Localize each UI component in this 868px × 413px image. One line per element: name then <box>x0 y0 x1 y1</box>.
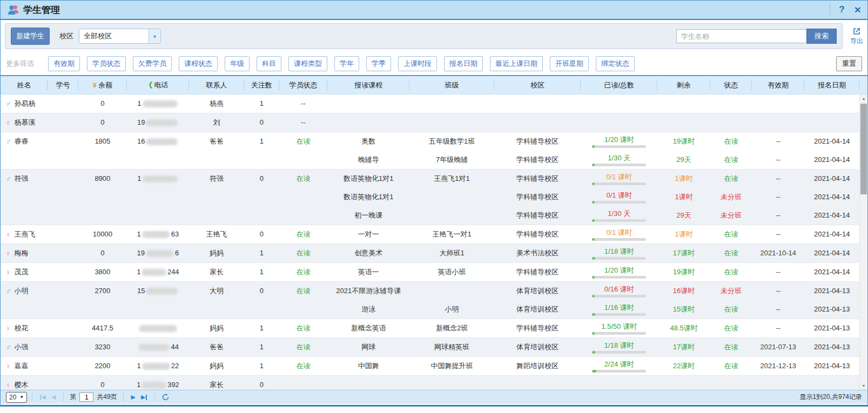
filter-chip-14[interactable]: 绑定状态 <box>596 56 635 71</box>
filter-chip-2[interactable]: 学员状态 <box>87 56 126 71</box>
cell-remaining: 19课时 <box>657 132 710 151</box>
cell-contact: 家长 <box>189 263 244 281</box>
filter-chip-3[interactable]: 欠费学员 <box>133 56 172 71</box>
first-page-icon[interactable]: ◀ <box>40 394 45 401</box>
scroll-up-icon[interactable]: ▲ <box>860 94 867 103</box>
column-header-phone[interactable]: 电话 <box>127 76 190 94</box>
cell-class: 中国舞提升班 <box>409 357 494 375</box>
cell-name: ♂小强 <box>1 338 48 356</box>
filter-chip-12[interactable]: 最近上课日期 <box>490 56 543 71</box>
progress-fill <box>592 351 595 354</box>
column-label: 状态 <box>724 80 738 90</box>
search-button[interactable]: 搜索 <box>806 29 837 44</box>
female-icon: ♀ <box>5 249 11 257</box>
cell-student-no <box>48 338 78 356</box>
new-student-button[interactable]: 新建学生 <box>11 28 50 45</box>
cell-contact: 爸爸 <box>189 132 244 151</box>
filter-chip-8[interactable]: 学年 <box>334 56 359 71</box>
filter-chip-9[interactable]: 学季 <box>366 56 391 71</box>
column-header-course[interactable]: 报读课程 <box>327 76 409 94</box>
column-header-student-status[interactable]: 学员状态 <box>279 76 327 94</box>
student-row[interactable]: ♀茂茂38001244家长1在读英语一英语小班学科辅导校区1/20 课时19课时… <box>1 263 859 282</box>
cell-class: 7年级晚辅 <box>409 151 494 169</box>
column-header-contact[interactable]: 联系人 <box>189 76 244 94</box>
filter-chip-7[interactable]: 课程类型 <box>288 56 327 71</box>
cell-contact: 家长 <box>189 376 244 390</box>
column-header-follow-count[interactable]: 关注数 <box>244 76 279 94</box>
column-header-balance[interactable]: ¥余额 <box>78 76 126 94</box>
cell-state: 在读 <box>710 132 752 151</box>
cell-valid-until <box>752 376 804 390</box>
filter-chip-10[interactable]: 上课时段 <box>398 56 437 71</box>
student-row[interactable]: ♂小明270015大明0在读2021不限游泳辅导课体育培训校区0/16 课时16… <box>1 282 859 319</box>
cell-follow-count: 0 <box>244 225 279 243</box>
column-header-student-no[interactable]: 学号 <box>48 76 78 94</box>
prev-page-icon[interactable]: ◀ <box>51 394 56 401</box>
yen-icon: ¥ <box>93 81 97 89</box>
filter-chip-11[interactable]: 报名日期 <box>444 56 483 71</box>
refresh-icon[interactable] <box>162 394 169 401</box>
student-row[interactable]: ♀嘉嘉2200122妈妈1在读中国舞中国舞提升班舞蹈培训校区2/24 课时22课… <box>1 357 859 376</box>
female-icon: ♀ <box>5 231 11 238</box>
next-page-icon[interactable]: ▶ <box>131 394 136 401</box>
page-input[interactable] <box>79 392 93 402</box>
cell-course: 2021不限游泳辅导课 <box>327 282 409 300</box>
student-row[interactable]: ♀樱木01392家长0 <box>1 376 859 390</box>
last-page-icon[interactable]: ▶ <box>141 394 146 401</box>
student-row[interactable]: ♀梅梅0196妈妈1在读创意美术大师班1美术书法校区1/18 课时17课时在读2… <box>1 244 859 263</box>
student-row[interactable]: ♀杨慕溪019刘0-- <box>1 113 859 132</box>
cell-reg-date: 2021-04-13 <box>804 357 859 375</box>
progress-fill <box>592 164 595 166</box>
cell-state: 在读 <box>710 170 752 188</box>
column-header-campus[interactable]: 校区 <box>494 76 581 94</box>
student-row[interactable]: ♀校花4417.5妈妈1在读新概念英语新概念2班学科辅导校区1.5/50 课时4… <box>1 319 859 338</box>
cell-progress <box>581 113 657 132</box>
filter-chip-4[interactable]: 课程状态 <box>179 56 218 71</box>
close-icon[interactable]: × <box>854 4 861 15</box>
female-icon: ♀ <box>5 268 11 276</box>
progress-fill <box>592 313 595 316</box>
column-header-class[interactable]: 班级 <box>409 76 494 94</box>
vertical-scrollbar[interactable]: ▲ ▼ <box>859 94 867 390</box>
student-row[interactable]: ♂小强323044爸爸1在读网球网球精英班体育培训校区1/18 课时17课时在读… <box>1 338 859 357</box>
export-button[interactable]: 导出 <box>850 27 863 45</box>
search-input[interactable] <box>676 29 807 43</box>
column-header-state[interactable]: 状态 <box>710 76 752 94</box>
student-row[interactable]: ♂符强89001符强0在读数语英物化1对1王燕飞1对1学科辅导校区0/1 课时1… <box>1 170 859 225</box>
column-header-name[interactable]: 姓名 <box>1 76 48 94</box>
reset-button[interactable]: 重置 <box>836 56 862 71</box>
cell-course: 新概念英语 <box>327 319 409 337</box>
column-label: 关注数 <box>251 80 272 90</box>
campus-select[interactable]: 全部校区 ▾ <box>79 29 161 44</box>
scrollbar-thumb[interactable] <box>860 104 867 194</box>
cell-student-no <box>48 376 78 390</box>
cell-follow-count: 1 <box>244 263 279 281</box>
page-label: 第 <box>70 392 76 402</box>
cell-remaining: 17课时 <box>657 338 710 356</box>
cell-phone: 196 <box>127 244 190 262</box>
cell-class: 小明 <box>409 300 494 319</box>
cell-class <box>409 188 494 206</box>
student-row[interactable]: ♂睿睿180516爸爸1在读奥数五年级数学1班学科辅导校区1/20 课时19课时… <box>1 132 859 170</box>
column-header-remaining[interactable]: 剩余 <box>657 76 710 94</box>
filter-chip-5[interactable]: 年级 <box>225 56 250 71</box>
student-row[interactable]: ♂孙易杨01杨燕1-- <box>1 94 859 113</box>
course-subrows: 奥数五年级数学1班学科辅导校区1/20 课时19课时在读--2021-04-14… <box>327 132 859 169</box>
filter-chip-1[interactable]: 有效期 <box>48 56 80 71</box>
course-subrows: 中国舞中国舞提升班舞蹈培训校区2/24 课时22课时在读2021-12-1320… <box>327 357 859 375</box>
course-row <box>327 376 859 390</box>
cell-reg-date: 2021-04-13 <box>804 319 859 337</box>
progress-bar <box>592 313 646 316</box>
student-name: 王燕飞 <box>15 225 36 243</box>
scroll-down-icon[interactable]: ▼ <box>860 382 867 390</box>
filter-chip-6[interactable]: 科目 <box>257 56 281 71</box>
page-size-select[interactable]: 20 ▼ <box>6 392 27 403</box>
male-icon: ♂ <box>5 287 11 295</box>
help-icon[interactable]: ? <box>839 4 844 15</box>
filter-chip-13[interactable]: 开班星期 <box>550 56 589 71</box>
student-row[interactable]: ♀王燕飞10000163王艳飞0在读一对一王艳飞一对1学科辅导校区0/1 课时1… <box>1 225 859 244</box>
column-header-progress[interactable]: 已读/总数 <box>581 76 657 94</box>
column-header-valid-until[interactable]: 有效期 <box>752 76 804 94</box>
column-header-reg-date[interactable]: 报名日期 <box>804 76 859 94</box>
cell-phone: 16 <box>127 132 190 151</box>
